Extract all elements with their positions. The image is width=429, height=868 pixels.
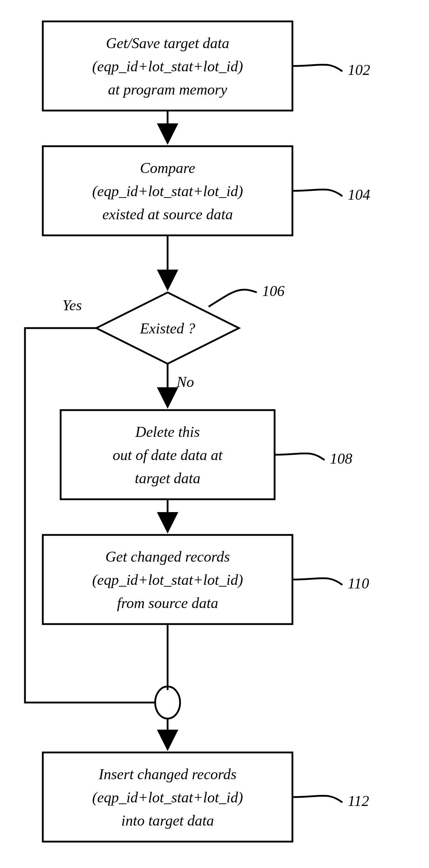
node-104-line2: (eqp_id+lot_stat+lot_id) — [92, 183, 243, 200]
node-108-line2: out of date data at — [113, 447, 223, 463]
leader-102 — [292, 65, 342, 71]
join-node — [155, 686, 180, 719]
node-112-line1: Insert changed records — [98, 766, 236, 782]
node-106: Existed ? — [96, 292, 239, 364]
node-110: Get changed records (eqp_id+lot_stat+lot… — [43, 535, 292, 624]
leader-110 — [292, 578, 342, 585]
flowchart: Get/Save target data (eqp_id+lot_stat+lo… — [0, 0, 429, 868]
node-102-line3: at program memory — [108, 81, 228, 98]
edge-label-yes: Yes — [62, 297, 82, 313]
edge-106-join — [25, 328, 155, 703]
node-110-line2: (eqp_id+lot_stat+lot_id) — [92, 572, 243, 588]
ref-112: 112 — [348, 793, 369, 809]
node-112-line3: into target data — [121, 812, 214, 829]
node-110-line1: Get changed records — [105, 548, 230, 565]
leader-106 — [209, 290, 257, 307]
node-108: Delete this out of date data at target d… — [61, 410, 275, 499]
node-112: Insert changed records (eqp_id+lot_stat+… — [43, 752, 292, 842]
ref-106: 106 — [262, 283, 285, 299]
edge-label-no: No — [176, 374, 194, 390]
node-112-line2: (eqp_id+lot_stat+lot_id) — [92, 789, 243, 806]
leader-104 — [292, 189, 342, 196]
node-108-line1: Delete this — [135, 424, 200, 440]
node-110-line3: from source data — [117, 595, 218, 611]
ref-102: 102 — [348, 62, 370, 78]
node-102-line2: (eqp_id+lot_stat+lot_id) — [92, 58, 243, 75]
ref-104: 104 — [348, 187, 370, 203]
node-108-line3: target data — [135, 470, 200, 486]
leader-112 — [292, 796, 342, 802]
node-102: Get/Save target data (eqp_id+lot_stat+lo… — [43, 21, 292, 111]
ref-108: 108 — [330, 450, 352, 467]
node-102-line1: Get/Save target data — [106, 35, 229, 51]
ref-110: 110 — [348, 575, 369, 592]
node-104-line1: Compare — [140, 160, 195, 176]
node-104-line3: existed at source data — [102, 206, 233, 223]
leader-108 — [275, 453, 325, 460]
node-106-line1: Existed ? — [139, 320, 195, 337]
node-104: Compare (eqp_id+lot_stat+lot_id) existed… — [43, 146, 292, 235]
